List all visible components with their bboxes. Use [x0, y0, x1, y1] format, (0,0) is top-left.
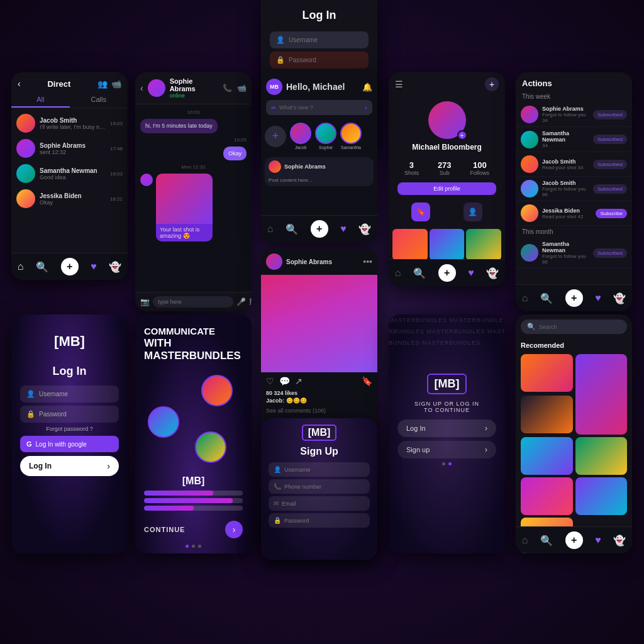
add-photo-icon[interactable]: +: [457, 130, 467, 140]
save-icon[interactable]: 🔖: [362, 376, 372, 386]
add-icon[interactable]: +: [438, 264, 456, 282]
rec-item[interactable]: [521, 354, 573, 392]
bell-icon[interactable]: 🔔: [362, 82, 372, 92]
username-field[interactable]: 👤 Username: [20, 386, 119, 402]
like-icon[interactable]: ♡: [266, 376, 274, 386]
search-bar[interactable]: 🔍 Search: [521, 319, 627, 334]
rec-item[interactable]: [521, 477, 573, 515]
forgot-password-link[interactable]: Forgot password ?: [11, 426, 128, 432]
list-item[interactable]: Samantha Newman Good idea 19:03: [11, 161, 128, 186]
rec-item-tall[interactable]: [575, 354, 628, 435]
username-field[interactable]: 👤 Username: [269, 462, 370, 477]
ghost-icon[interactable]: 👻: [109, 261, 121, 273]
action-item[interactable]: Jessika Biden Read your shot 42 Subscrib…: [516, 201, 632, 226]
share-icon[interactable]: ↗: [295, 376, 303, 386]
ghost-icon[interactable]: 👻: [486, 267, 499, 279]
add-icon[interactable]: +: [565, 531, 583, 549]
ghost-icon[interactable]: 👻: [358, 223, 371, 235]
story-item[interactable]: Samantha: [340, 123, 362, 150]
home-icon[interactable]: ⌂: [18, 261, 24, 272]
thumbnail-2[interactable]: [430, 229, 465, 260]
more-options-icon[interactable]: •••: [363, 257, 372, 267]
password-field[interactable]: 🔒 Password: [20, 406, 119, 423]
search-icon[interactable]: 🔍: [286, 223, 298, 235]
username-input[interactable]: [289, 36, 362, 43]
action-item[interactable]: Jacob Smith Forgot to follow you 96 Subs…: [516, 177, 632, 201]
image-icon[interactable]: 🖼: [249, 297, 252, 306]
rec-item[interactable]: [575, 477, 628, 515]
subscribed-button[interactable]: Subscribed: [593, 135, 627, 144]
story-item[interactable]: Sophie: [315, 123, 336, 150]
subscribed-button[interactable]: Subscribed: [593, 248, 627, 258]
home-icon[interactable]: ⌂: [267, 223, 274, 235]
home-icon[interactable]: ⌂: [522, 535, 528, 546]
action-item[interactable]: Jacob Smith Read your shot 34 Subscribed: [516, 152, 632, 177]
tab-calls[interactable]: Calls: [70, 92, 128, 108]
list-item[interactable]: Jessika Biden Okay 16:21: [11, 186, 128, 211]
search-icon[interactable]: 🔍: [36, 261, 48, 273]
camera-icon[interactable]: 📷: [140, 297, 150, 306]
thumbnail-3[interactable]: [466, 229, 501, 260]
password-field[interactable]: 🔒 Password: [269, 513, 370, 528]
subscribed-button[interactable]: Subscribed: [593, 110, 627, 119]
heart-icon[interactable]: ♥: [595, 292, 601, 304]
video-call-icon[interactable]: 📹: [237, 84, 247, 92]
home-icon[interactable]: ⌂: [395, 267, 401, 279]
heart-icon[interactable]: ♥: [91, 261, 97, 272]
feed-search[interactable]: ✏ What's new ? ›: [266, 100, 372, 115]
username-field[interactable]: 👤: [270, 31, 369, 48]
list-item[interactable]: Jacob Smith I'll write later, I'm busy n…: [11, 111, 128, 136]
add-icon[interactable]: +: [565, 289, 583, 307]
google-login-button[interactable]: G Log In with google: [20, 436, 119, 452]
comment-icon[interactable]: 💬: [279, 376, 290, 386]
view-comments-link[interactable]: See all comments (106): [261, 406, 377, 419]
rec-item[interactable]: [521, 437, 573, 475]
search-icon[interactable]: 🔍: [413, 267, 426, 279]
back-icon[interactable]: ‹: [18, 79, 21, 89]
add-icon[interactable]: +: [485, 77, 499, 91]
search-icon[interactable]: 🔍: [540, 535, 553, 547]
group-icon[interactable]: 👥: [97, 79, 108, 89]
story-item[interactable]: Jacob: [290, 123, 311, 150]
video-icon[interactable]: 📹: [111, 79, 121, 89]
thumbnail-1[interactable]: [392, 229, 428, 260]
user-add-icon-btn[interactable]: 👤: [464, 203, 482, 221]
password-input[interactable]: [289, 57, 362, 64]
login-button[interactable]: Log In ›: [20, 456, 119, 476]
add-story-button[interactable]: +: [265, 126, 286, 147]
subscribe-button[interactable]: Subscribe: [596, 209, 627, 218]
ghost-icon[interactable]: 👻: [613, 292, 626, 304]
action-item[interactable]: Samantha Newman Forgot to follow you 86 …: [516, 238, 632, 269]
login-button[interactable]: Log In ›: [397, 419, 496, 437]
heart-icon[interactable]: ♥: [595, 535, 601, 546]
chat-input[interactable]: [153, 296, 233, 308]
action-item[interactable]: Samantha Newman 34 Subscribed: [516, 127, 632, 152]
menu-icon[interactable]: ☰: [395, 79, 403, 89]
back-icon[interactable]: ‹: [140, 83, 143, 93]
password-field[interactable]: 🔒: [270, 52, 369, 69]
tab-all[interactable]: All: [11, 92, 70, 108]
action-item[interactable]: Sophie Abrams Forgot to follow you 34 Su…: [516, 103, 632, 127]
subscribed-button[interactable]: Subscribed: [593, 184, 627, 194]
subscribed-button[interactable]: Subscribed: [593, 160, 627, 169]
add-icon[interactable]: +: [61, 258, 79, 275]
ghost-icon[interactable]: 👻: [613, 535, 626, 547]
continue-button[interactable]: ›: [225, 521, 243, 538]
signup-button[interactable]: Sign up ›: [397, 441, 496, 458]
heart-icon[interactable]: ♥: [340, 223, 347, 235]
bookmark-icon-btn[interactable]: 🔖: [411, 203, 430, 221]
home-icon[interactable]: ⌂: [522, 292, 528, 304]
email-field[interactable]: ✉ Email: [269, 496, 370, 511]
rec-item[interactable]: [521, 396, 573, 433]
search-icon[interactable]: 🔍: [540, 292, 553, 304]
edit-profile-button[interactable]: Edit profile: [397, 182, 496, 195]
mic-icon[interactable]: 🎤: [236, 297, 246, 306]
list-item[interactable]: Sophie Abrams sent 12:32 17:48: [11, 136, 128, 161]
rec-item[interactable]: [575, 437, 628, 475]
heart-icon[interactable]: ♥: [468, 267, 474, 279]
feed-post-preview[interactable]: Sophie Abrams Post content here...: [265, 157, 374, 186]
phone-field[interactable]: 📞 Phone number: [269, 479, 370, 494]
add-icon[interactable]: +: [311, 220, 328, 238]
search-arrow-icon[interactable]: ›: [365, 103, 367, 112]
phone-icon[interactable]: 📞: [223, 84, 232, 92]
